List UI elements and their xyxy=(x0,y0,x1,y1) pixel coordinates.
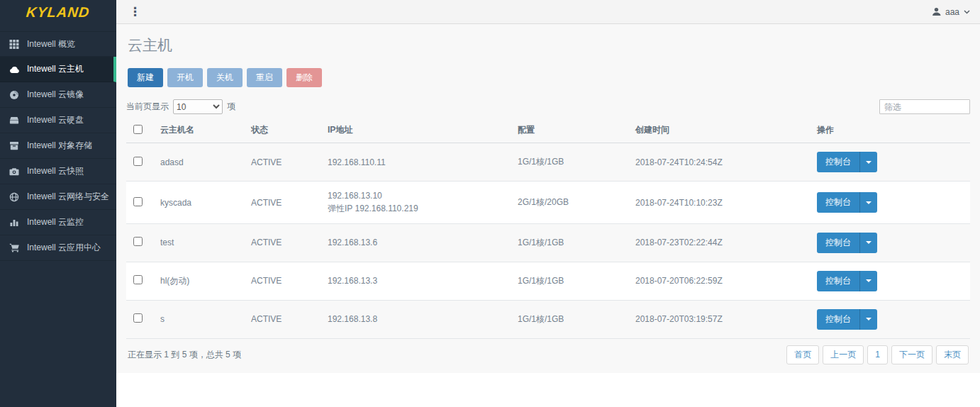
bar-chart-icon xyxy=(9,218,21,228)
console-button-label[interactable]: 控制台 xyxy=(817,192,859,213)
caret-down-icon xyxy=(866,161,872,164)
hdd-icon xyxy=(9,116,21,126)
console-dropdown-toggle[interactable] xyxy=(859,152,877,172)
sidebar-item-object-storage[interactable]: Intewell 对象存储 xyxy=(0,133,116,159)
main-area: ⋮ aaa 云主机 新建 开机 关机 重启 删除 当前页显示 10 xyxy=(116,0,980,407)
chevron-down-icon xyxy=(964,10,970,14)
sidebar-item-label: Intewell 云网络与安全 xyxy=(27,191,109,203)
console-split-button[interactable]: 控制台 xyxy=(817,192,877,213)
page-size-select[interactable]: 10 xyxy=(173,99,223,114)
sidebar-item-label: Intewell 云监控 xyxy=(27,216,84,228)
vm-status: ACTIVE xyxy=(245,182,322,224)
vm-created: 2018-07-24T10:10:23Z xyxy=(630,182,811,224)
console-dropdown-toggle[interactable] xyxy=(859,271,877,291)
table-row: test ACTIVE 192.168.13.6 1G/1核/1GB 2018-… xyxy=(126,223,970,262)
page-size-prefix-label: 当前页显示 xyxy=(126,101,169,113)
console-dropdown-toggle[interactable] xyxy=(859,309,877,330)
console-dropdown-toggle[interactable] xyxy=(859,233,877,253)
row-checkbox[interactable] xyxy=(133,197,143,206)
col-header-ip: IP地址 xyxy=(322,118,512,143)
row-checkbox[interactable] xyxy=(133,313,143,323)
vm-ip: 192.168.13.3 xyxy=(322,262,512,300)
sidebar-item-cloud-host[interactable]: Intewell 云主机 xyxy=(0,57,116,82)
table-row: adasd ACTIVE 192.168.110.11 1G/1核/1GB 20… xyxy=(126,143,970,182)
cloud-icon xyxy=(9,65,21,74)
sidebar-item-cloud-disk[interactable]: Intewell 云硬盘 xyxy=(0,108,116,133)
delete-button[interactable]: 删除 xyxy=(286,68,322,87)
vm-config: 1G/1核/1GB xyxy=(512,262,630,300)
vm-created: 2018-07-24T10:24:54Z xyxy=(630,143,811,182)
content-panel: 云主机 新建 开机 关机 重启 删除 当前页显示 10 项 xyxy=(116,24,980,373)
vm-ip: 192.168.13.10 弹性IP 192.168.110.219 xyxy=(322,182,512,224)
app-window: KYLAND Intewell 概览 Intewell 云主机 Intewell xyxy=(0,0,980,407)
vm-ip: 192.168.13.8 xyxy=(322,300,512,338)
reboot-button[interactable]: 重启 xyxy=(247,68,282,87)
vm-name: adasd xyxy=(155,143,245,182)
vm-table: 云主机名 状态 IP地址 配置 创建时间 操作 adasd ACTIVE 192… xyxy=(126,118,970,338)
vm-created: 2018-07-23T02:22:44Z xyxy=(630,223,811,262)
vm-created: 2018-07-20T03:19:57Z xyxy=(630,300,811,338)
create-button[interactable]: 新建 xyxy=(128,68,163,87)
user-name: aaa xyxy=(945,7,959,17)
power-off-button[interactable]: 关机 xyxy=(207,68,243,87)
console-split-button[interactable]: 控制台 xyxy=(817,233,877,253)
pagination-prev[interactable]: 上一页 xyxy=(823,345,864,364)
caret-down-icon xyxy=(866,241,872,244)
sidebar-item-label: Intewell 云主机 xyxy=(27,63,84,75)
console-button-label[interactable]: 控制台 xyxy=(817,233,859,253)
kyland-logo-text: KYLAND xyxy=(26,4,91,21)
page-title: 云主机 xyxy=(126,24,970,60)
vm-status: ACTIVE xyxy=(245,262,322,300)
vm-config: 1G/1核/1GB xyxy=(512,223,630,262)
console-button-label[interactable]: 控制台 xyxy=(817,271,859,291)
console-split-button[interactable]: 控制台 xyxy=(817,271,877,291)
pagination-next[interactable]: 下一页 xyxy=(891,345,932,364)
col-header-config: 配置 xyxy=(512,118,630,143)
table-row: hl(勿动) ACTIVE 192.168.13.3 1G/1核/1GB 201… xyxy=(126,262,970,300)
pagination-first[interactable]: 首页 xyxy=(786,345,819,364)
sidebar-item-cloud-snapshot[interactable]: Intewell 云快照 xyxy=(0,159,116,184)
disc-icon xyxy=(9,90,21,100)
caret-down-icon xyxy=(866,318,872,320)
table-footer: 正在显示 1 到 5 项，总共 5 项 首页 上一页 1 下一页 末页 xyxy=(126,338,970,373)
sidebar-item-cloud-network-security[interactable]: Intewell 云网络与安全 xyxy=(0,184,116,210)
page-size-control: 当前页显示 10 项 xyxy=(126,99,235,114)
vm-config: 1G/1核/1GB xyxy=(512,143,630,182)
vm-ip-primary: 192.168.13.10 xyxy=(328,190,506,202)
row-checkbox[interactable] xyxy=(133,157,143,166)
sidebar-item-overview[interactable]: Intewell 概览 xyxy=(0,31,116,57)
console-split-button[interactable]: 控制台 xyxy=(817,309,877,330)
caret-down-icon xyxy=(866,279,872,282)
console-button-label[interactable]: 控制台 xyxy=(817,152,859,172)
sidebar-item-label: Intewell 云镜像 xyxy=(27,89,84,101)
kebab-menu-icon[interactable]: ⋮ xyxy=(126,6,144,18)
table-header-row: 云主机名 状态 IP地址 配置 创建时间 操作 xyxy=(126,118,970,143)
pagination-page-1[interactable]: 1 xyxy=(867,345,888,364)
col-header-name: 云主机名 xyxy=(155,118,245,143)
row-checkbox[interactable] xyxy=(133,275,143,284)
sidebar-item-cloud-app-center[interactable]: Intewell 云应用中心 xyxy=(0,235,116,261)
vm-name: test xyxy=(155,223,245,262)
select-all-checkbox[interactable] xyxy=(133,125,143,134)
power-on-button[interactable]: 开机 xyxy=(167,68,203,87)
vm-config: 2G/1核/20GB xyxy=(512,182,630,224)
console-button-label[interactable]: 控制台 xyxy=(817,309,859,330)
row-checkbox[interactable] xyxy=(133,237,143,246)
sidebar-item-label: Intewell 云应用中心 xyxy=(27,242,101,254)
pagination-last[interactable]: 末页 xyxy=(936,345,969,364)
console-dropdown-toggle[interactable] xyxy=(859,192,877,213)
console-split-button[interactable]: 控制台 xyxy=(817,152,877,172)
sidebar-item-cloud-monitor[interactable]: Intewell 云监控 xyxy=(0,210,116,235)
col-header-created: 创建时间 xyxy=(630,118,811,143)
filter-input[interactable] xyxy=(879,99,970,114)
table-row: s ACTIVE 192.168.13.8 1G/1核/1GB 2018-07-… xyxy=(126,300,970,338)
user-menu[interactable]: aaa xyxy=(932,7,970,17)
vm-ip: 192.168.110.11 xyxy=(322,143,512,182)
vm-name: hl(勿动) xyxy=(155,262,245,300)
vm-status: ACTIVE xyxy=(245,143,322,182)
sidebar-item-cloud-image[interactable]: Intewell 云镜像 xyxy=(0,82,116,108)
topbar: ⋮ aaa xyxy=(116,0,980,24)
caret-down-icon xyxy=(866,201,872,204)
sidebar-item-label: Intewell 云硬盘 xyxy=(27,114,84,126)
col-header-actions: 操作 xyxy=(811,118,970,143)
